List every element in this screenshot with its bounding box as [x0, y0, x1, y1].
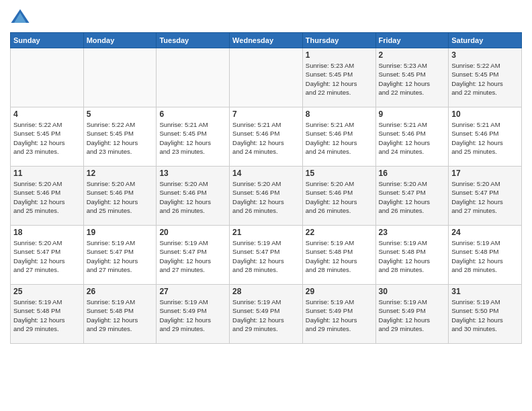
calendar-cell — [83, 48, 157, 107]
calendar-week: 1Sunrise: 5:23 AM Sunset: 5:45 PM Daylig… — [11, 48, 522, 107]
calendar-week: 25Sunrise: 5:19 AM Sunset: 5:48 PM Dayli… — [11, 285, 522, 344]
calendar-cell: 18Sunrise: 5:20 AM Sunset: 5:47 PM Dayli… — [11, 226, 84, 285]
page: SundayMondayTuesdayWednesdayThursdayFrid… — [0, 0, 532, 411]
calendar-cell: 24Sunrise: 5:19 AM Sunset: 5:48 PM Dayli… — [449, 226, 522, 285]
day-info: Sunrise: 5:19 AM Sunset: 5:48 PM Dayligh… — [306, 238, 373, 274]
day-info: Sunrise: 5:19 AM Sunset: 5:48 PM Dayligh… — [451, 238, 519, 274]
calendar-cell: 25Sunrise: 5:19 AM Sunset: 5:48 PM Dayli… — [11, 285, 84, 344]
calendar-cell — [230, 48, 303, 107]
header-day: Wednesday — [230, 33, 303, 48]
day-info: Sunrise: 5:20 AM Sunset: 5:47 PM Dayligh… — [13, 238, 81, 274]
calendar-cell: 14Sunrise: 5:20 AM Sunset: 5:46 PM Dayli… — [230, 167, 303, 226]
day-info: Sunrise: 5:19 AM Sunset: 5:49 PM Dayligh… — [232, 298, 300, 333]
calendar-cell: 26Sunrise: 5:19 AM Sunset: 5:48 PM Dayli… — [83, 285, 157, 344]
calendar-cell: 6Sunrise: 5:21 AM Sunset: 5:45 PM Daylig… — [157, 107, 230, 167]
calendar-week: 11Sunrise: 5:20 AM Sunset: 5:46 PM Dayli… — [11, 167, 522, 226]
day-info: Sunrise: 5:22 AM Sunset: 5:45 PM Dayligh… — [13, 120, 81, 156]
day-info: Sunrise: 5:22 AM Sunset: 5:45 PM Dayligh… — [451, 61, 519, 97]
day-number: 19 — [87, 228, 154, 237]
header-day: Friday — [375, 33, 449, 48]
day-number: 10 — [451, 109, 519, 119]
day-number: 30 — [379, 287, 446, 296]
calendar-cell: 29Sunrise: 5:19 AM Sunset: 5:49 PM Dayli… — [302, 285, 375, 344]
calendar-cell — [11, 48, 84, 107]
calendar-cell: 10Sunrise: 5:21 AM Sunset: 5:46 PM Dayli… — [449, 107, 522, 167]
day-number: 15 — [306, 169, 373, 178]
calendar-cell: 17Sunrise: 5:20 AM Sunset: 5:47 PM Dayli… — [449, 167, 522, 226]
day-number: 28 — [232, 287, 300, 296]
calendar-header: SundayMondayTuesdayWednesdayThursdayFrid… — [11, 33, 522, 48]
header — [10, 7, 522, 27]
day-info: Sunrise: 5:19 AM Sunset: 5:48 PM Dayligh… — [87, 298, 154, 333]
calendar-cell: 8Sunrise: 5:21 AM Sunset: 5:46 PM Daylig… — [302, 107, 375, 167]
day-number: 24 — [451, 228, 519, 237]
day-number: 18 — [13, 228, 81, 237]
day-info: Sunrise: 5:19 AM Sunset: 5:48 PM Dayligh… — [13, 298, 81, 333]
header-day: Sunday — [11, 33, 84, 48]
day-info: Sunrise: 5:19 AM Sunset: 5:49 PM Dayligh… — [159, 298, 226, 333]
calendar-cell: 15Sunrise: 5:20 AM Sunset: 5:46 PM Dayli… — [302, 167, 375, 226]
calendar-cell: 5Sunrise: 5:22 AM Sunset: 5:45 PM Daylig… — [83, 107, 157, 167]
day-number: 20 — [159, 228, 226, 237]
day-info: Sunrise: 5:19 AM Sunset: 5:49 PM Dayligh… — [379, 298, 446, 333]
header-day: Saturday — [449, 33, 522, 48]
calendar-cell: 9Sunrise: 5:21 AM Sunset: 5:46 PM Daylig… — [375, 107, 449, 167]
day-info: Sunrise: 5:19 AM Sunset: 5:47 PM Dayligh… — [87, 238, 154, 274]
header-row: SundayMondayTuesdayWednesdayThursdayFrid… — [11, 33, 522, 48]
calendar-cell: 23Sunrise: 5:19 AM Sunset: 5:48 PM Dayli… — [375, 226, 449, 285]
calendar-cell: 19Sunrise: 5:19 AM Sunset: 5:47 PM Dayli… — [83, 226, 157, 285]
day-info: Sunrise: 5:20 AM Sunset: 5:47 PM Dayligh… — [451, 179, 519, 215]
day-number: 25 — [13, 287, 81, 296]
calendar-cell — [157, 48, 230, 107]
day-number: 1 — [306, 50, 373, 60]
day-info: Sunrise: 5:23 AM Sunset: 5:45 PM Dayligh… — [306, 61, 373, 97]
day-number: 8 — [306, 109, 373, 119]
day-number: 2 — [379, 50, 446, 60]
day-info: Sunrise: 5:20 AM Sunset: 5:46 PM Dayligh… — [159, 179, 226, 215]
calendar-cell: 22Sunrise: 5:19 AM Sunset: 5:48 PM Dayli… — [302, 226, 375, 285]
day-number: 29 — [306, 287, 373, 296]
day-info: Sunrise: 5:19 AM Sunset: 5:50 PM Dayligh… — [451, 298, 519, 333]
logo-icon — [10, 7, 30, 27]
day-info: Sunrise: 5:21 AM Sunset: 5:46 PM Dayligh… — [306, 120, 373, 156]
day-info: Sunrise: 5:20 AM Sunset: 5:46 PM Dayligh… — [87, 179, 154, 215]
calendar-cell: 2Sunrise: 5:23 AM Sunset: 5:45 PM Daylig… — [375, 48, 449, 107]
calendar-cell: 28Sunrise: 5:19 AM Sunset: 5:49 PM Dayli… — [230, 285, 303, 344]
day-info: Sunrise: 5:20 AM Sunset: 5:46 PM Dayligh… — [232, 179, 300, 215]
day-number: 9 — [379, 109, 446, 119]
calendar-cell: 20Sunrise: 5:19 AM Sunset: 5:47 PM Dayli… — [157, 226, 230, 285]
day-number: 14 — [232, 169, 300, 178]
day-number: 5 — [87, 109, 154, 119]
day-info: Sunrise: 5:23 AM Sunset: 5:45 PM Dayligh… — [379, 61, 446, 97]
day-info: Sunrise: 5:19 AM Sunset: 5:49 PM Dayligh… — [306, 298, 373, 333]
day-number: 16 — [379, 169, 446, 178]
calendar-cell: 16Sunrise: 5:20 AM Sunset: 5:47 PM Dayli… — [375, 167, 449, 226]
calendar-cell: 12Sunrise: 5:20 AM Sunset: 5:46 PM Dayli… — [83, 167, 157, 226]
day-info: Sunrise: 5:21 AM Sunset: 5:46 PM Dayligh… — [232, 120, 300, 156]
day-number: 7 — [232, 109, 300, 119]
day-number: 13 — [159, 169, 226, 178]
calendar-cell: 11Sunrise: 5:20 AM Sunset: 5:46 PM Dayli… — [11, 167, 84, 226]
day-number: 11 — [13, 169, 81, 178]
calendar-cell: 13Sunrise: 5:20 AM Sunset: 5:46 PM Dayli… — [157, 167, 230, 226]
day-number: 12 — [87, 169, 154, 178]
day-number: 21 — [232, 228, 300, 237]
day-info: Sunrise: 5:20 AM Sunset: 5:46 PM Dayligh… — [306, 179, 373, 215]
calendar-cell: 27Sunrise: 5:19 AM Sunset: 5:49 PM Dayli… — [157, 285, 230, 344]
calendar-cell: 30Sunrise: 5:19 AM Sunset: 5:49 PM Dayli… — [375, 285, 449, 344]
logo — [10, 7, 33, 27]
day-info: Sunrise: 5:19 AM Sunset: 5:47 PM Dayligh… — [159, 238, 226, 274]
calendar-body: 1Sunrise: 5:23 AM Sunset: 5:45 PM Daylig… — [11, 48, 522, 344]
day-info: Sunrise: 5:19 AM Sunset: 5:47 PM Dayligh… — [232, 238, 300, 274]
day-number: 23 — [379, 228, 446, 237]
day-info: Sunrise: 5:22 AM Sunset: 5:45 PM Dayligh… — [87, 120, 154, 156]
day-info: Sunrise: 5:20 AM Sunset: 5:46 PM Dayligh… — [13, 179, 81, 215]
calendar-cell: 31Sunrise: 5:19 AM Sunset: 5:50 PM Dayli… — [449, 285, 522, 344]
header-day: Tuesday — [157, 33, 230, 48]
day-number: 22 — [306, 228, 373, 237]
calendar-table: SundayMondayTuesdayWednesdayThursdayFrid… — [10, 32, 522, 344]
calendar-cell: 4Sunrise: 5:22 AM Sunset: 5:45 PM Daylig… — [11, 107, 84, 167]
day-number: 27 — [159, 287, 226, 296]
day-info: Sunrise: 5:20 AM Sunset: 5:47 PM Dayligh… — [379, 179, 446, 215]
day-number: 3 — [451, 50, 519, 60]
